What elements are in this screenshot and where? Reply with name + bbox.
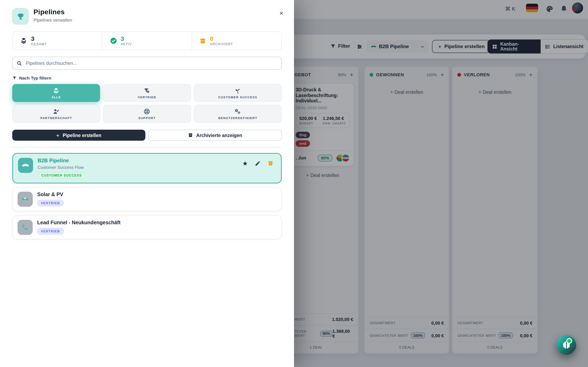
modal-header: Pipelines Pipelines verwalten × — [12, 8, 282, 25]
search-input[interactable] — [25, 60, 277, 66]
modal-subtitle: Pipelines verwalten — [34, 17, 72, 22]
layers-icon — [53, 87, 60, 94]
stat-label: AKTIV — [121, 42, 132, 46]
gears-icon — [234, 108, 242, 115]
archive-icon[interactable] — [268, 160, 274, 166]
type-filter-label: ALLE — [52, 95, 61, 99]
pipeline-item-b2b[interactable]: B2B Pipeline Customer Success Flow CUSTO… — [12, 153, 282, 184]
type-filter-partnerschaft[interactable]: PARTNERSCHAFT — [12, 105, 100, 123]
archive-icon — [199, 37, 207, 44]
pipelines-modal: Pipelines Pipelines verwalten × 3 GESAMT… — [0, 0, 294, 367]
close-icon[interactable]: × — [279, 10, 283, 17]
pipeline-name: Lead Funnel - Neukundengeschäft — [37, 220, 121, 225]
type-filter-label: SUPPORT — [138, 116, 156, 120]
type-filter-grid: ALLE $ VERTRIEB CUSTOMER SUCCESS — [12, 84, 282, 123]
stat-value: 3 — [31, 35, 47, 42]
life-buoy-icon — [144, 108, 150, 115]
pipeline-search[interactable] — [12, 57, 282, 70]
divider — [12, 147, 282, 148]
funnel-dollar-icon: $ — [144, 87, 150, 94]
stat-archiviert: 0 ARCHIVIERT — [192, 32, 281, 50]
filter-section-header: Nach Typ filtern — [12, 75, 282, 80]
phone-icon — [17, 220, 33, 235]
user-check-icon — [53, 108, 60, 115]
show-archived-label: Archivierte anzeigen — [196, 133, 242, 138]
pipeline-name: B2B Pipeline — [38, 158, 86, 164]
type-filter-customer-success[interactable]: CUSTOMER SUCCESS — [194, 84, 282, 102]
type-filter-label: VERTRIEB — [138, 95, 156, 99]
archive-icon — [188, 133, 193, 138]
svg-text:$: $ — [148, 91, 149, 93]
online-status-dot — [566, 338, 572, 344]
filter-section-label: Nach Typ filtern — [19, 75, 51, 80]
pipeline-item-solar[interactable]: Solar & PV VERTRIEB — [12, 187, 282, 211]
stat-aktiv: 3 AKTIV — [102, 32, 191, 50]
search-icon — [17, 60, 22, 66]
pipeline-item-lead-funnel[interactable]: Lead Funnel - Neukundengeschäft VERTRIEB — [12, 215, 282, 239]
create-pipeline-button[interactable]: + Pipeline erstellen — [12, 130, 145, 141]
edit-pencil-icon[interactable] — [255, 160, 260, 166]
show-archived-button[interactable]: Archivierte anzeigen — [148, 130, 282, 141]
trophy-icon — [12, 8, 29, 25]
handshake-icon — [17, 192, 33, 207]
favorite-star-icon[interactable]: ★ — [242, 160, 248, 166]
stat-gesamt: 3 GESAMT — [13, 35, 102, 46]
stat-value: 0 — [210, 35, 233, 42]
pipeline-name: Solar & PV — [37, 192, 64, 197]
pipeline-stats-card: 3 GESAMT 3 AKTIV 0 ARCHIVIERT — [12, 31, 282, 50]
type-filter-support[interactable]: SUPPORT — [103, 105, 191, 123]
modal-actions: + Pipeline erstellen Archivierte anzeige… — [12, 130, 282, 141]
pipeline-type-badge: CUSTOMER SUCCESS — [38, 172, 86, 179]
funnel-icon — [12, 76, 17, 80]
stat-label: ARCHIVIERT — [210, 42, 233, 46]
pipeline-type-badge: VERTRIEB — [37, 200, 64, 206]
pipeline-type-badge: VERTRIEB — [37, 228, 64, 234]
stat-label: GESAMT — [31, 42, 47, 46]
type-filter-label: PARTNERSCHAFT — [40, 116, 72, 120]
layers-icon — [20, 37, 27, 44]
create-pipeline-label: Pipeline erstellen — [63, 133, 101, 138]
pipeline-item-actions: ★ — [242, 160, 274, 166]
modal-title: Pipelines — [34, 8, 72, 16]
type-filter-alle[interactable]: ALLE — [12, 84, 100, 102]
type-filter-label: CUSTOMER SUCCESS — [218, 95, 257, 99]
check-circle-icon — [110, 37, 117, 44]
pipeline-description: Customer Success Flow — [38, 165, 86, 170]
handshake-icon — [18, 158, 33, 173]
type-filter-vertrieb[interactable]: $ VERTRIEB — [103, 84, 191, 102]
screen: ⌘ K Filter B2B Pipeline — [0, 0, 588, 367]
plus-icon: + — [56, 132, 60, 138]
assistant-fab-button[interactable] — [557, 335, 576, 355]
sprout-icon — [234, 87, 241, 94]
type-filter-label: BENUTZERDEFINIERT — [218, 116, 257, 120]
stat-value: 3 — [121, 35, 132, 42]
type-filter-benutzerdefiniert[interactable]: BENUTZERDEFINIERT — [194, 105, 282, 123]
